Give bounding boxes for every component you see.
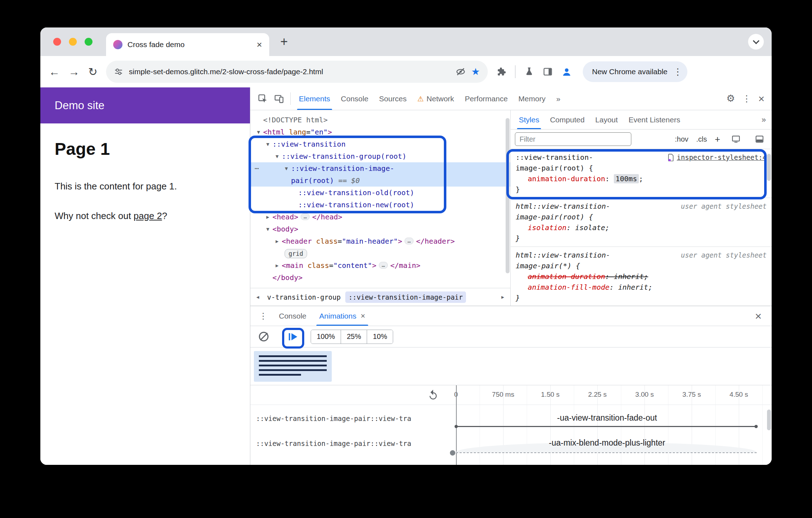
bookmark-star-icon[interactable]: ★ [471, 66, 480, 77]
crumb-prev-icon[interactable]: ◀ [253, 294, 262, 300]
dom-html[interactable]: ▼<html lang="en"> [250, 126, 510, 138]
device-toolbar-icon[interactable] [274, 94, 284, 104]
sidebar-toggle-icon[interactable] [755, 134, 764, 144]
tab-performance[interactable]: Performance [460, 87, 513, 110]
styles-scrollbar[interactable] [767, 154, 771, 181]
dom-doctype[interactable]: <!DOCTYPE html> [250, 114, 510, 126]
experiments-flask-icon[interactable] [524, 67, 534, 77]
address-bar[interactable]: simple-set-demos.glitch.me/2-slow-cross-… [106, 61, 488, 83]
ellipsis-button[interactable]: … [301, 213, 310, 220]
more-sidebar-tabs-icon[interactable]: » [762, 110, 772, 129]
expand-arrow-icon[interactable]: ▼ [263, 223, 272, 235]
speed-10-button[interactable]: 10% [367, 330, 393, 344]
elements-scrollbar[interactable] [506, 118, 510, 273]
drawer-menu-icon[interactable]: ⋮ [254, 311, 272, 321]
breadcrumb-group[interactable]: v-transition-group [264, 291, 344, 303]
tab-event-listeners[interactable]: Event Listeners [623, 110, 686, 129]
rule1-selector[interactable]: ::view-transition- [516, 152, 593, 163]
rule2-selector[interactable]: html::view-transition- [516, 201, 610, 212]
keyframe-dot[interactable] [455, 425, 458, 428]
new-style-rule-button[interactable]: + [715, 134, 720, 145]
url-text[interactable]: simple-set-demos.glitch.me/2-slow-cross-… [129, 67, 450, 76]
css-value[interactable]: isolate; [575, 223, 609, 232]
close-window-button[interactable] [53, 38, 61, 46]
rule3-declaration-overridden[interactable]: animation-duration: inherit; [516, 271, 767, 282]
new-tab-button[interactable]: + [280, 27, 288, 56]
css-value[interactable]: inherit; [618, 283, 652, 291]
site-settings-icon[interactable] [114, 67, 123, 76]
more-tabs-icon[interactable]: » [551, 87, 566, 110]
rule3-declaration[interactable]: animation-fill-mode: inherit; [516, 282, 767, 293]
css-property-struck[interactable]: animation-duration [528, 272, 605, 281]
resume-all-button[interactable] [286, 330, 300, 344]
new-chrome-button[interactable]: New Chrome available ⋮ [583, 61, 687, 82]
eye-hidden-icon[interactable] [456, 67, 466, 77]
settings-gear-icon[interactable]: ⚙ [726, 94, 735, 103]
animation-bar-fade-out[interactable] [456, 426, 757, 427]
maximize-window-button[interactable] [85, 38, 92, 46]
ellipsis-button[interactable]: … [405, 238, 413, 244]
speed-25-button[interactable]: 25% [341, 330, 367, 344]
rule3-selector[interactable]: html::view-transition- [516, 250, 610, 260]
tab-console[interactable]: Console [336, 87, 374, 110]
devtools-menu-icon[interactable]: ⋮ [742, 94, 751, 103]
rule2-declaration[interactable]: isolation: isolate; [516, 222, 767, 233]
reload-button[interactable]: ↻ [88, 66, 97, 77]
forward-button[interactable]: → [69, 66, 80, 77]
dom-body[interactable]: ▼<body> [250, 223, 510, 235]
element-classes-button[interactable]: .cls [696, 135, 707, 143]
profile-avatar[interactable] [561, 66, 572, 77]
page-2-link[interactable]: page 2 [134, 210, 162, 221]
expand-arrow-icon[interactable]: ▼ [272, 150, 282, 162]
dom-head[interactable]: ▶<head>…</head> [250, 211, 510, 223]
browser-menu-icon[interactable]: ⋮ [673, 67, 682, 76]
styles-filter-input[interactable] [515, 132, 631, 146]
clear-all-icon[interactable] [259, 332, 269, 341]
browser-tab[interactable]: Cross fade demo × [106, 33, 269, 56]
speed-100-button[interactable]: 100% [311, 330, 341, 344]
animation-group-thumbnail[interactable] [254, 351, 332, 382]
dom-main[interactable]: ▶<main class="content">…</main> [250, 259, 510, 271]
expand-arrow-icon[interactable]: ▼ [282, 162, 291, 174]
expand-arrow-icon[interactable]: ▼ [254, 126, 263, 138]
dom-body-close[interactable]: </body> [250, 271, 510, 284]
toggle-element-state-button[interactable]: :hov [675, 135, 688, 143]
crumb-next-icon[interactable]: ▶ [498, 294, 507, 300]
dom-view-transition-group[interactable]: ▼::view-transition-group(root) [250, 150, 510, 162]
expand-arrow-icon[interactable]: ▼ [263, 138, 272, 150]
tab-layout[interactable]: Layout [590, 110, 623, 129]
rule3-selector-2[interactable]: image-pair(*) { [516, 260, 767, 271]
collapse-arrow-icon[interactable]: ▶ [272, 259, 282, 271]
animation-bar-blend-mode[interactable] [456, 452, 757, 453]
tab-close-icon[interactable]: × [257, 40, 262, 49]
tab-memory[interactable]: Memory [513, 87, 551, 110]
grid-badge[interactable]: grid [285, 249, 307, 258]
tab-styles[interactable]: Styles [513, 110, 545, 129]
tab-computed[interactable]: Computed [545, 110, 590, 129]
collapse-arrow-icon[interactable]: ▶ [272, 235, 282, 247]
drawer-tab-console[interactable]: Console [272, 306, 313, 326]
tab-search-button[interactable] [748, 34, 764, 50]
tab-elements[interactable]: Elements [294, 87, 336, 110]
animation-start-dot[interactable] [450, 450, 455, 456]
inspect-element-icon[interactable] [258, 94, 268, 104]
drawer-tab-animations[interactable]: Animations× [313, 306, 372, 326]
css-value-struck[interactable]: inherit; [614, 272, 648, 281]
dom-view-transition-new[interactable]: ::view-transition-new(root) [250, 199, 510, 211]
close-animations-tab-icon[interactable]: × [361, 312, 365, 320]
back-button[interactable]: ← [49, 66, 60, 77]
tab-network[interactable]: ⚠Network [412, 87, 460, 110]
collapse-arrow-icon[interactable]: ▶ [263, 211, 272, 223]
dom-view-transition-image-pair[interactable]: ⋯▼::view-transition-image- [250, 162, 510, 174]
dom-header[interactable]: ▶<header class="main-header">…</header> [250, 235, 510, 247]
extensions-icon[interactable] [496, 67, 506, 77]
rule2-selector-2[interactable]: image-pair(root) { [516, 212, 767, 222]
css-property[interactable]: isolation [528, 223, 566, 232]
replay-timeline-icon[interactable] [428, 389, 438, 400]
rendering-emulation-icon[interactable] [731, 134, 741, 144]
breadcrumb-image-pair[interactable]: ::view-transition-image-pair [345, 291, 466, 303]
dom-view-transition[interactable]: ▼::view-transition [250, 138, 510, 150]
devtools-close-icon[interactable]: × [758, 93, 765, 104]
side-panel-icon[interactable] [543, 67, 553, 77]
drawer-close-icon[interactable]: × [755, 310, 772, 322]
